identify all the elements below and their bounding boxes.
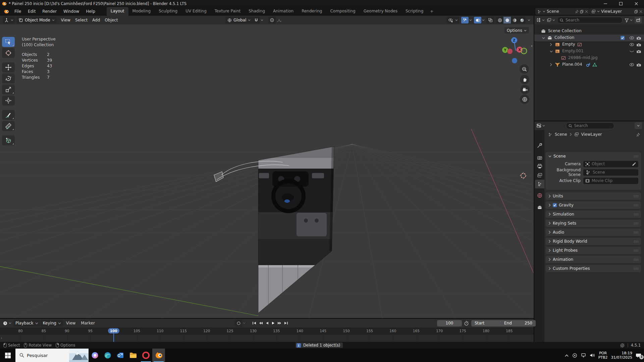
panel-grip[interactable] <box>634 267 638 270</box>
taskbar-app-edge[interactable] <box>101 349 114 362</box>
panel-grip[interactable] <box>634 155 638 158</box>
proportional-edit-icon[interactable] <box>268 17 276 23</box>
properties-tab-world[interactable] <box>535 191 544 200</box>
outliner-filter-button[interactable] <box>625 18 633 22</box>
chevron-down-icon[interactable] <box>597 10 600 12</box>
editor-type-button[interactable] <box>3 17 15 23</box>
menu-file[interactable]: File <box>12 8 24 15</box>
report-message[interactable]: Deleted 1 object(s) <box>296 343 343 348</box>
caret-closed-icon[interactable] <box>550 63 555 66</box>
network-icon[interactable] <box>581 353 586 358</box>
tool-annotate[interactable] <box>2 110 15 120</box>
shading-wireframe-icon[interactable] <box>496 17 503 23</box>
next-keyframe-button[interactable] <box>276 320 283 326</box>
close-icon[interactable] <box>629 0 644 7</box>
eye-closed-icon[interactable] <box>629 49 634 53</box>
panel-light-probes[interactable]: Light Probes <box>546 247 641 254</box>
minimize-icon[interactable] <box>598 0 613 7</box>
tool-add-cube[interactable] <box>2 135 15 145</box>
playhead-line[interactable] <box>113 334 114 342</box>
field-active-clip[interactable]: Movie Clip <box>583 178 638 184</box>
viewport-menu-select[interactable]: Select <box>73 17 90 23</box>
play-reverse-button[interactable] <box>264 320 270 326</box>
workspace-tab-geometry-nodes[interactable]: Geometry Nodes <box>360 7 401 16</box>
scene-name[interactable]: Scene <box>547 9 574 14</box>
workspace-tab-compositing[interactable]: Compositing <box>326 7 359 16</box>
properties-tab-collection[interactable] <box>535 203 544 212</box>
panel-keying-sets[interactable]: Keying Sets <box>546 220 641 227</box>
camera-icon[interactable] <box>636 63 641 67</box>
properties-tab-viewlayer[interactable] <box>535 171 544 180</box>
tool-rotate[interactable] <box>2 73 15 83</box>
outliner-item-label[interactable]: Collection <box>554 35 574 40</box>
outliner-editor-type-button[interactable] <box>536 18 545 22</box>
caret-closed-icon[interactable] <box>548 258 551 261</box>
caret-closed-icon[interactable] <box>548 222 551 225</box>
xray-toggle[interactable] <box>487 17 494 23</box>
add-workspace-button[interactable]: + <box>427 9 436 14</box>
panel-grip[interactable] <box>634 249 638 252</box>
caret-open-icon[interactable] <box>550 50 555 53</box>
outliner-item-label[interactable]: Scene Collection <box>548 28 582 33</box>
timeline-menu-keying[interactable]: Keying <box>41 320 63 326</box>
caret-closed-icon[interactable] <box>548 240 551 243</box>
tool-measure[interactable] <box>2 121 15 131</box>
tool-scale[interactable] <box>2 84 15 95</box>
perspective-toggle-icon[interactable] <box>520 95 529 104</box>
tool-cursor[interactable] <box>2 48 15 58</box>
outliner-item-label[interactable]: Empty.001 <box>562 49 584 53</box>
start-button[interactable] <box>0 349 15 362</box>
timeline-editor-type-button[interactable] <box>3 321 11 326</box>
properties-search-input[interactable]: Search <box>566 122 614 129</box>
snap-magnet-icon[interactable] <box>253 17 260 23</box>
panel-grip[interactable] <box>634 213 638 216</box>
panel-gravity[interactable]: Gravity <box>546 201 641 209</box>
outliner-item-label[interactable]: Plane.004 <box>562 62 582 67</box>
outliner-display-mode-button[interactable] <box>547 18 555 22</box>
menu-edit[interactable]: Edit <box>25 8 38 15</box>
breadcrumb-scene[interactable]: Scene <box>555 132 567 137</box>
navigation-gizmo[interactable]: Z Y X <box>498 34 533 67</box>
camera-icon[interactable] <box>636 49 641 53</box>
taskbar-app-outlook[interactable] <box>114 349 127 362</box>
breadcrumb-viewlayer[interactable]: ViewLayer <box>581 132 602 137</box>
chevron-down-icon[interactable] <box>528 19 530 21</box>
language-indicator[interactable]: PORPTB2 <box>598 351 608 360</box>
caret-closed-icon[interactable] <box>548 249 551 252</box>
workspace-tab-shading[interactable]: Shading <box>245 7 269 16</box>
clock[interactable]: 18:1931/07/2025 <box>611 351 632 360</box>
panel-animation[interactable]: Animation <box>546 256 641 263</box>
caret-closed-icon[interactable] <box>548 194 551 198</box>
caret-open-icon[interactable] <box>542 37 547 39</box>
workspace-tab-layout[interactable]: Layout <box>107 7 128 16</box>
scene-canvas[interactable] <box>0 24 534 318</box>
maximize-icon[interactable] <box>613 0 629 7</box>
outliner-row-empty[interactable]: Empty <box>534 41 644 48</box>
checkbox-checked-icon[interactable] <box>553 203 557 207</box>
play-button[interactable] <box>270 320 276 326</box>
falloff-icon[interactable] <box>276 18 282 22</box>
taskbar-app-explorer[interactable] <box>127 349 140 362</box>
workspace-tab-rendering[interactable]: Rendering <box>298 7 326 16</box>
notification-center-icon[interactable]: 3 <box>636 353 641 358</box>
workspace-tab-scripting[interactable]: Scripting <box>401 7 427 16</box>
viewport-3d[interactable]: Object Mode ViewSelectAddObject Global <box>0 16 534 318</box>
outliner-row-26986-mid-jpg[interactable]: 26986-mid.jpg <box>534 55 644 61</box>
checkbox-icon[interactable] <box>621 36 625 40</box>
panel-grip[interactable] <box>634 204 638 206</box>
unlink-scene-icon[interactable] <box>585 10 588 13</box>
outliner-item-label[interactable]: 26986-mid.jpg <box>568 55 598 60</box>
properties-options-button[interactable] <box>635 122 642 129</box>
chevron-down-icon[interactable] <box>543 10 545 12</box>
panel-grip[interactable] <box>634 195 638 197</box>
chevron-down-icon[interactable] <box>482 19 485 21</box>
viewport-menu-object[interactable]: Object <box>102 17 120 23</box>
viewlayer-selector[interactable]: ViewLayer <box>590 8 644 15</box>
panel-simulation[interactable]: Simulation <box>546 210 641 218</box>
current-frame-badge[interactable]: 100 <box>108 328 119 334</box>
new-scene-icon[interactable] <box>580 10 584 13</box>
panel-audio[interactable]: Audio <box>546 229 641 236</box>
show-overlays-toggle[interactable] <box>474 17 481 23</box>
camera-icon[interactable] <box>636 36 641 40</box>
taskbar-search-input[interactable]: Pesquisar <box>15 349 89 362</box>
